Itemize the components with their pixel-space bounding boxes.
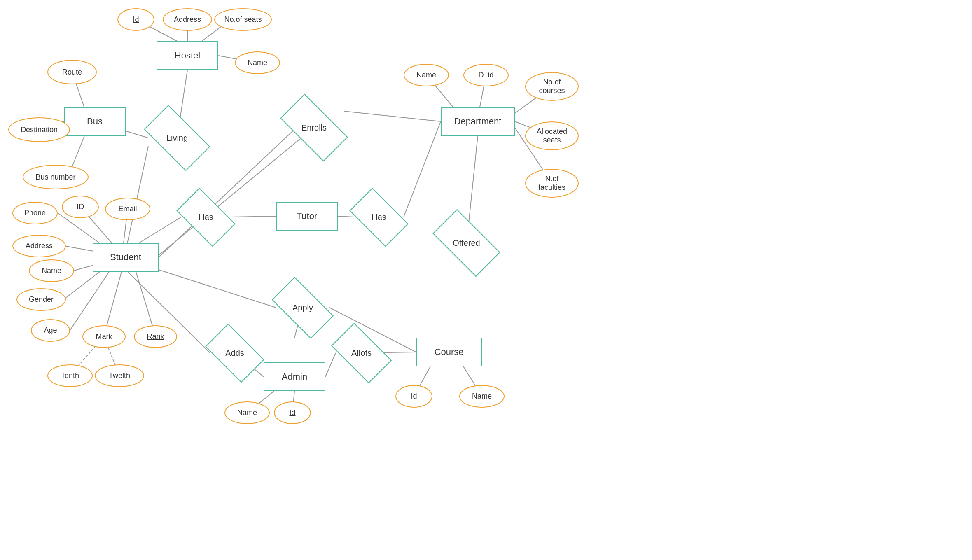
attribute-dept_faculty: N.of faculties bbox=[525, 169, 579, 198]
entity-student: Student bbox=[93, 243, 159, 272]
entity-tutor: Tutor bbox=[276, 202, 338, 231]
attribute-stu_tenth: Tenth bbox=[47, 364, 93, 387]
attribute-bus_dest: Destination bbox=[8, 117, 70, 142]
entity-hostel: Hostel bbox=[157, 41, 218, 70]
svg-line-22 bbox=[404, 121, 441, 217]
relationship-apply: Apply bbox=[276, 292, 329, 323]
attribute-bus_route: Route bbox=[47, 60, 97, 84]
er-diagram: BusHostelStudentTutorDepartmentAdminCour… bbox=[0, 0, 972, 560]
relationship-living: Living bbox=[148, 121, 206, 154]
attribute-hostel_name: Name bbox=[235, 51, 280, 74]
attribute-stu_id: ID bbox=[62, 196, 99, 218]
attribute-hostel_addr: Address bbox=[163, 8, 212, 31]
attribute-bus_num: Bus number bbox=[23, 165, 89, 189]
relationship-offered: Offered bbox=[437, 226, 496, 259]
attribute-stu_addr: Address bbox=[12, 235, 66, 257]
attribute-dept_did: D_id bbox=[463, 64, 509, 86]
attribute-hostel_seats: No.of seats bbox=[214, 8, 272, 31]
attribute-stu_age: Age bbox=[31, 319, 70, 342]
attribute-stu_phone: Phone bbox=[12, 202, 58, 224]
svg-line-24 bbox=[344, 111, 441, 121]
attribute-dept_name: Name bbox=[404, 64, 449, 86]
attribute-dept_courses: No.of courses bbox=[525, 72, 579, 101]
attribute-stu_email: Email bbox=[105, 198, 150, 220]
attribute-course_id: Id bbox=[395, 385, 432, 408]
relationship-has2: Has bbox=[354, 202, 404, 233]
entity-department: Department bbox=[441, 107, 515, 136]
entity-admin: Admin bbox=[264, 362, 325, 391]
svg-line-32 bbox=[159, 270, 276, 308]
attribute-stu_twelfth: Twelth bbox=[95, 364, 144, 387]
entity-course: Course bbox=[416, 338, 482, 366]
attribute-stu_rank: Rank bbox=[134, 325, 177, 348]
relationship-allots: Allots bbox=[336, 338, 387, 369]
relationship-enrolls: Enrolls bbox=[284, 111, 344, 144]
entity-bus: Bus bbox=[64, 107, 126, 136]
relationship-adds: Adds bbox=[210, 338, 259, 369]
relationship-has1: Has bbox=[181, 202, 231, 233]
attribute-admin_name: Name bbox=[224, 401, 270, 424]
attribute-course_name: Name bbox=[459, 385, 505, 408]
svg-line-21 bbox=[338, 216, 354, 217]
attribute-admin_id: Id bbox=[274, 401, 311, 424]
attribute-stu_gender: Gender bbox=[16, 288, 66, 311]
attribute-stu_mark: Mark bbox=[82, 325, 126, 348]
attribute-hostel_id: Id bbox=[117, 8, 154, 31]
svg-line-20 bbox=[231, 216, 276, 217]
svg-line-15 bbox=[70, 272, 109, 330]
attribute-dept_seats: Allocated seats bbox=[525, 121, 579, 150]
attribute-stu_name: Name bbox=[29, 259, 74, 282]
svg-line-36 bbox=[325, 353, 336, 377]
